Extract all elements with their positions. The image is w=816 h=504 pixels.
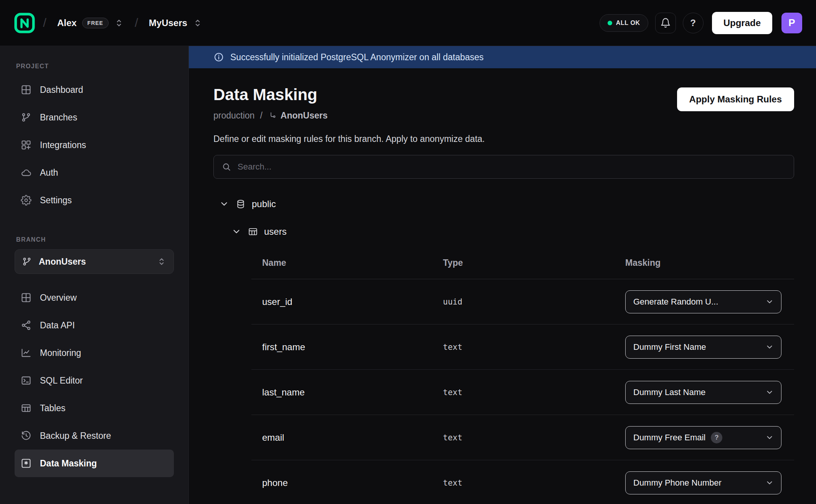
sidebar-item-sql-editor[interactable]: SQL Editor [15,367,174,394]
chevron-down-icon [765,297,774,306]
search-input[interactable] [237,161,786,172]
masking-rule-select[interactable]: Generate Random U... [625,290,781,313]
status-ok-dot-icon [608,21,612,25]
masking-rules-table: Name Type Masking user_id uuid Generate … [251,258,794,504]
masking-rule-select[interactable]: Dummy First Name [625,336,781,359]
sidebar-item-overview[interactable]: Overview [15,284,174,311]
column-type-cell: text [443,478,625,488]
blocks-icon [21,140,31,150]
masking-rule-value: Generate Random U... [633,297,718,307]
chevron-down-icon[interactable] [231,226,242,237]
overview-grid-icon [21,292,31,303]
breadcrumb-parent[interactable]: production [213,110,254,121]
topbar-separator: / [43,16,46,30]
column-name-cell: phone [251,478,443,488]
status-label: ALL OK [616,20,640,26]
column-header-masking: Masking [625,258,794,268]
masking-rule-select[interactable]: Dummy Phone Number [625,471,781,494]
database-schema-icon [236,199,246,209]
plan-badge: FREE [82,18,109,28]
column-name-cell: last_name [251,387,443,398]
table-row: phone text Dummy Phone Number [251,460,794,504]
masking-rule-value: Dummy First Name [633,342,706,352]
chevron-down-icon[interactable] [219,199,230,209]
question-mark-icon: ? [690,18,696,28]
column-header-type: Type [443,258,625,268]
terminal-icon [21,375,31,386]
sidebar-item-label: Integrations [40,140,86,150]
page-description: Define or edit masking rules for this br… [213,134,794,144]
sidebar-item-tables[interactable]: Tables [15,394,174,422]
table-icon [21,403,31,413]
chevron-down-icon [765,343,774,352]
main-area: Successfully initialized PostgreSQL Anon… [189,46,816,504]
sidebar-item-label: Auth [40,168,58,178]
sidebar-item-backup-restore[interactable]: Backup & Restore [15,422,174,450]
branch-child-icon [268,111,277,120]
tree-node-schema[interactable]: public [219,196,794,212]
share-nodes-icon [21,320,31,331]
sidebar-item-data-api[interactable]: Data API [15,311,174,339]
help-tooltip-icon[interactable]: ? [711,432,722,443]
bell-icon [660,18,671,28]
breadcrumb-separator: / [260,110,262,121]
gear-icon [21,195,31,206]
masking-rule-select[interactable]: Dummy Free Email ? [625,426,781,449]
branch-selector[interactable]: AnonUsers [15,249,174,274]
help-button[interactable]: ? [683,13,704,33]
sidebar-item-label: Backup & Restore [40,431,111,441]
notifications-button[interactable] [655,13,676,33]
sidebar-item-data-masking[interactable]: Data Masking [15,450,174,477]
sidebar-item-settings[interactable]: Settings [15,186,174,214]
sidebar-item-auth[interactable]: Auth [15,159,174,186]
column-name-cell: user_id [251,296,443,307]
masking-rule-select[interactable]: Dummy Last Name [625,381,781,404]
page-title: Data Masking [213,86,328,104]
apply-masking-rules-button[interactable]: Apply Masking Rules [677,87,794,111]
sidebar-item-branches[interactable]: Branches [15,104,174,131]
success-banner: Successfully initialized PostgreSQL Anon… [189,46,816,68]
org-selector[interactable]: Alex FREE [54,15,127,31]
column-type-cell: text [443,343,625,352]
sidebar-item-dashboard[interactable]: Dashboard [15,76,174,104]
schema-tree: public users Name Type Masking [213,196,794,504]
table-header-row: Name Type Masking [251,258,794,279]
sidebar: PROJECT Dashboard Branches Integrations … [0,46,189,504]
chevrons-up-down-icon [193,18,203,28]
git-branch-icon [22,257,32,267]
sidebar-item-label: Overview [40,293,77,303]
neon-logo[interactable] [14,12,35,34]
avatar[interactable]: P [781,13,802,33]
chevrons-up-down-icon [157,257,167,267]
sidebar-item-integrations[interactable]: Integrations [15,131,174,159]
chevron-down-icon [765,433,774,442]
table-name: users [264,226,287,237]
breadcrumb: production / AnonUsers [213,110,328,121]
topbar: / Alex FREE / MyUsers ALL OK ? Upgrade P [0,0,816,46]
masking-rule-value: Dummy Last Name [633,387,705,397]
banner-text: Successfully initialized PostgreSQL Anon… [230,52,484,63]
sidebar-item-label: Monitoring [40,348,81,358]
search-bar[interactable] [213,155,794,179]
search-icon [221,162,231,172]
sidebar-item-monitoring[interactable]: Monitoring [15,339,174,367]
page-content: Data Masking production / AnonUsers Appl… [189,68,816,504]
status-pill[interactable]: ALL OK [600,14,648,32]
dashboard-icon [21,84,31,95]
mask-asterisk-icon [21,458,31,469]
project-selector[interactable]: MyUsers [146,15,206,31]
table-icon [248,227,258,237]
table-row: first_name text Dummy First Name [251,324,794,370]
history-clock-icon [21,430,31,441]
branch-selector-label: AnonUsers [39,257,86,267]
sidebar-item-label: Branches [40,112,77,123]
sidebar-section-project: PROJECT [16,63,174,70]
upgrade-button[interactable]: Upgrade [712,12,772,34]
org-name: Alex [57,18,77,28]
tree-node-table[interactable]: users [231,224,794,239]
chevron-down-icon [765,478,774,488]
sidebar-item-label: Dashboard [40,85,83,95]
sidebar-item-label: Data Masking [40,458,97,469]
masking-rule-value: Dummy Phone Number [633,478,722,488]
breadcrumb-branch[interactable]: AnonUsers [268,110,328,121]
